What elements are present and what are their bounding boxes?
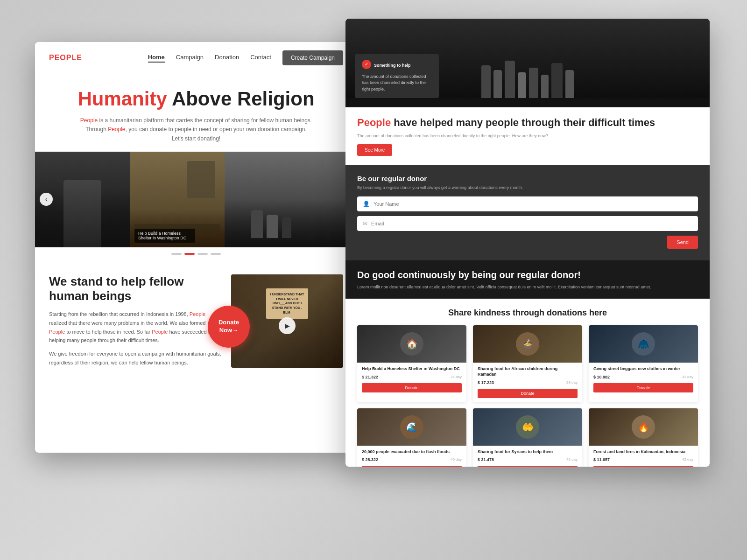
send-button[interactable]: Send xyxy=(667,236,698,249)
donate-button-5[interactable]: Donate xyxy=(478,466,578,467)
hero-title-red: Humanity xyxy=(78,88,167,110)
dc-amount-4: $ 28.322 xyxy=(362,457,378,462)
dot-4[interactable] xyxy=(211,253,221,255)
donate-button-2[interactable]: Donate xyxy=(478,389,578,398)
hero-title: Humanity Above Religion xyxy=(49,88,343,110)
slider-wrapper: DonateNow→ SEEKINGHUMANKINDNESS ‹ xyxy=(35,152,357,260)
donation-card-3: 🧥 Giving street beggars new clothes in w… xyxy=(589,325,698,401)
about-paragraph-2: We give freedom for everyone to open a c… xyxy=(49,350,222,367)
donation-card-5-body: Sharing food for Syrians to help them $ … xyxy=(473,446,582,467)
rp-about-section: People have helped many people through t… xyxy=(345,107,710,165)
about-text: We stand to help fellow human beings Sta… xyxy=(49,274,222,372)
nav-home[interactable]: Home xyxy=(148,54,165,63)
about-title: We stand to help fellow human beings xyxy=(49,274,222,303)
dc-amount-2: $ 17.223 xyxy=(478,380,494,385)
slide-3 xyxy=(225,152,357,247)
dc-title-6: Forest and land fires in Kalimantan, Ind… xyxy=(593,449,693,455)
dc-days-4: 40 day xyxy=(451,457,462,462)
hero-section: Humanity Above Religion People is a huma… xyxy=(35,74,357,143)
rp-about-text: People have helped many people through t… xyxy=(357,117,698,156)
name-input[interactable] xyxy=(374,201,692,207)
slide-1: SEEKINGHUMANKINDNESS ‹ xyxy=(35,152,130,247)
dc-title-3: Giving street beggars new clothes in win… xyxy=(593,366,693,372)
donation-card-6: 🔥 Forest and land fires in Kalimantan, I… xyxy=(589,408,698,467)
create-campaign-button[interactable]: Create Campaign xyxy=(282,50,343,65)
play-button[interactable]: ▶ xyxy=(279,317,296,334)
dc-stats-5: $ 31.478 42 day xyxy=(478,457,578,462)
continuous-title: Do good continuously by being our regula… xyxy=(357,269,698,281)
dc-days-6: 42 day xyxy=(682,457,693,462)
donation-card-6-image: 🔥 xyxy=(589,408,698,446)
dot-3[interactable] xyxy=(197,253,208,255)
top-image: ✓ Something to help The amount of donati… xyxy=(345,19,710,107)
dc-amount-1: $ 21.322 xyxy=(362,375,378,379)
donation-card-1-body: Help Build a Homeless Shelter in Washing… xyxy=(357,363,466,396)
dc-title-2: Sharing food for African children during… xyxy=(478,366,578,377)
donation-card-4-image: 🌊 xyxy=(357,408,466,446)
about-section: We stand to help fellow human beings Sta… xyxy=(35,260,357,386)
donate-button-4[interactable]: Donate xyxy=(362,466,462,467)
rp-about-title: People have helped many people through t… xyxy=(357,117,698,129)
rp-title-red: People xyxy=(357,117,391,128)
donation-card-2-image: 🍲 xyxy=(473,325,582,363)
dc-stats-3: $ 10.882 32 day xyxy=(593,375,693,379)
donate-button-3[interactable]: Donate xyxy=(593,383,693,392)
dc-title-5: Sharing food for Syrians to help them xyxy=(478,449,578,455)
donation-card-4-body: 20,000 people evacuated due to flash flo… xyxy=(357,446,466,467)
donation-card-2: 🍲 Sharing food for African children duri… xyxy=(473,325,582,401)
stats-card: ✓ Something to help The amount of donati… xyxy=(355,54,439,98)
donation-card-5-image: 🤲 xyxy=(473,408,582,446)
dc-title-1: Help Build a Homeless Shelter in Washing… xyxy=(362,366,462,372)
dc-days-2: 28 day xyxy=(566,380,578,385)
dot-1[interactable] xyxy=(171,253,182,255)
nav-links: Home Campaign Donation Contact xyxy=(148,54,271,63)
donor-form-subtitle: By becoming a regular donor you will alw… xyxy=(357,185,698,190)
donation-card-2-body: Sharing food for African children during… xyxy=(473,363,582,401)
donation-card-1-image: 🏠 xyxy=(357,325,466,363)
email-input[interactable] xyxy=(371,221,692,226)
hero-title-bold: Religion xyxy=(237,88,315,110)
rp-about-body: The amount of donations collected has be… xyxy=(357,133,698,139)
donations-section: Share kindness through donations here 🏠 … xyxy=(345,299,710,467)
dc-stats-6: $ 11.657 42 day xyxy=(593,457,693,462)
slider-dots xyxy=(35,247,357,260)
hero-title-middle: Above xyxy=(167,88,237,110)
donate-button-1[interactable]: Donate xyxy=(362,383,462,392)
donation-card-6-body: Forest and land fires in Kalimantan, Ind… xyxy=(589,446,698,467)
name-field-wrapper: 👤 xyxy=(357,196,698,211)
email-icon: ✉ xyxy=(363,220,367,227)
navbar: PEOPLE Home Campaign Donation Contact Cr… xyxy=(35,42,357,74)
email-field-wrapper: ✉ xyxy=(357,216,698,231)
dc-days-1: 24 day xyxy=(451,375,462,379)
dc-amount-6: $ 11.657 xyxy=(593,457,610,462)
slider-prev-arrow[interactable]: ‹ xyxy=(40,193,53,206)
left-browser-window: PEOPLE Home Campaign Donation Contact Cr… xyxy=(35,42,357,453)
rp-title-rest: have helped many people through their di… xyxy=(391,117,655,128)
dc-stats-1: $ 21.322 24 day xyxy=(362,375,462,379)
donate-button-6[interactable]: Donate xyxy=(593,466,693,467)
donation-card-4: 🌊 20,000 people evacuated due to flash f… xyxy=(357,408,466,467)
nav-contact[interactable]: Contact xyxy=(250,54,271,63)
dc-days-3: 32 day xyxy=(682,375,693,379)
donation-card-3-body: Giving street beggars new clothes in win… xyxy=(589,363,698,396)
dc-stats-4: $ 28.322 40 day xyxy=(362,457,462,462)
donations-grid: 🏠 Help Build a Homeless Shelter in Washi… xyxy=(357,325,698,467)
dc-stats-2: $ 17.223 28 day xyxy=(478,380,578,385)
dc-days-5: 42 day xyxy=(566,457,578,462)
continuous-section: Do good continuously by being our regula… xyxy=(345,260,710,299)
donation-card-5: 🤲 Sharing food for Syrians to help them … xyxy=(473,408,582,467)
stats-text: The amount of donations collected has be… xyxy=(362,74,432,93)
hero-subtitle: People is a humanitarian platform that c… xyxy=(79,116,313,143)
donation-card-1: 🏠 Help Build a Homeless Shelter in Washi… xyxy=(357,325,466,401)
see-more-button[interactable]: See More xyxy=(357,144,392,156)
donate-now-button[interactable]: DonateNow→ xyxy=(208,306,250,348)
nav-donation[interactable]: Donation xyxy=(215,54,239,63)
donations-title: Share kindness through donations here xyxy=(357,308,698,318)
dc-amount-5: $ 31.478 xyxy=(478,457,494,462)
image-slider: SEEKINGHUMANKINDNESS ‹ Help Buil xyxy=(35,152,357,247)
dc-title-4: 20,000 people evacuated due to flash flo… xyxy=(362,449,462,455)
continuous-body: Lorem mollit non deserunt ullamco est et… xyxy=(357,284,698,290)
user-icon: 👤 xyxy=(363,201,370,207)
nav-campaign[interactable]: Campaign xyxy=(176,54,204,63)
dot-2[interactable] xyxy=(184,253,195,255)
